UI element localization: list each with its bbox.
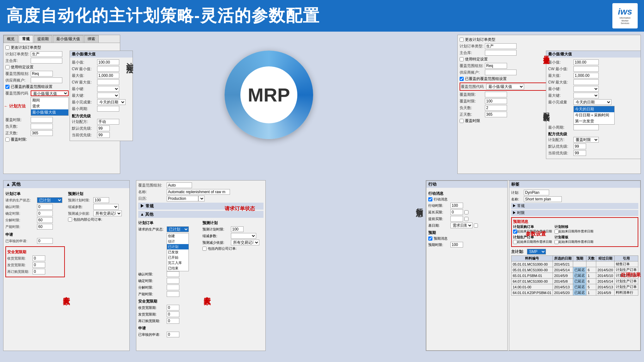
- tr-coverage-group-input[interactable]: [485, 63, 507, 69]
- pp-checkbox1[interactable]: [513, 230, 517, 234]
- center-confirm-input[interactable]: [167, 271, 179, 277]
- vendor-input[interactable]: [31, 77, 62, 83]
- center-red-param-select[interactable]: [231, 233, 256, 239]
- tab-overview[interactable]: 概览: [3, 35, 18, 43]
- bl-reduction-param-select[interactable]: [93, 204, 119, 210]
- tr-vendor-input[interactable]: [485, 70, 517, 75]
- bl-issue-limit-input[interactable]: [33, 262, 45, 268]
- min-key-select[interactable]: [97, 86, 119, 92]
- coverage-period-dropdown[interactable]: 期间 需求 最小值/最大值: [31, 97, 69, 116]
- bl-fixed-limit-input[interactable]: [37, 211, 53, 216]
- tab-bind[interactable]: 绑索: [84, 35, 99, 43]
- tr-covered-group-checkbox[interactable]: [460, 77, 464, 81]
- params-normal-section[interactable]: ▶ 常规: [511, 203, 638, 209]
- coverage-limit-checkbox[interactable]: [5, 138, 9, 142]
- tr-order-type-input[interactable]: [485, 43, 517, 49]
- bl-intercompany-checkbox[interactable]: [68, 218, 72, 222]
- tr-main-warehouse-input[interactable]: [485, 50, 517, 56]
- params-timelimit-section[interactable]: ▶ 时限: [511, 210, 638, 216]
- min-period-input[interactable]: [97, 106, 119, 112]
- tr-neg-days-input[interactable]: [485, 105, 507, 111]
- center-option-released[interactable]: 已发放: [167, 249, 189, 255]
- action-base-date-checkbox[interactable]: [474, 224, 478, 228]
- pos-days-input[interactable]: [31, 130, 53, 136]
- params-name-input[interactable]: [524, 196, 562, 202]
- tr-cb1[interactable]: [554, 230, 559, 234]
- option-first-delivery[interactable]: 第一次发货: [574, 118, 614, 124]
- bl-forecast-reduction-select[interactable]: 所有交易记录: [93, 211, 122, 216]
- tab-min-max[interactable]: 最小值/最大值: [53, 35, 84, 43]
- action-advance-checkbox[interactable]: [464, 217, 468, 221]
- min-complete-select[interactable]: 今天的日期: [97, 99, 126, 105]
- center-intercompany-checkbox[interactable]: [202, 247, 207, 251]
- bl-receipt-limit-input[interactable]: [33, 255, 45, 261]
- coverage-code-select[interactable]: 最小值/最大值: [31, 90, 69, 96]
- main-warehouse-input[interactable]: [31, 58, 62, 64]
- tr-pos-days-input[interactable]: [485, 112, 507, 117]
- option-today-purchase[interactable]: 今日日期＋采购时间: [574, 112, 614, 118]
- result-plan-select[interactable]: SMP: [527, 249, 546, 255]
- default-priority-input[interactable]: [97, 126, 110, 131]
- tr-min-input[interactable]: [573, 59, 599, 65]
- center-reorder-input[interactable]: [167, 318, 179, 324]
- bl-reorder-limit-input[interactable]: [33, 269, 45, 274]
- tr-coverage-code-select[interactable]: 最小值/最大值: [486, 84, 524, 89]
- action-time-limit-input[interactable]: [450, 203, 463, 208]
- max-input[interactable]: [97, 73, 119, 78]
- coverage-period-option-3-selected[interactable]: 最小值/最大值: [31, 109, 68, 115]
- tr-min-period-input[interactable]: [573, 125, 599, 130]
- center-calendar-input[interactable]: [167, 196, 198, 201]
- bl-approved-req-input[interactable]: [37, 238, 53, 244]
- tr-max-key-select[interactable]: [573, 93, 599, 98]
- cw-max-input[interactable]: [97, 79, 119, 85]
- tr-coverage-period-input[interactable]: [485, 92, 507, 97]
- neg-days-input[interactable]: [31, 124, 53, 129]
- center-option-estimate[interactable]: 估计: [167, 239, 189, 244]
- tr-default-priority-input[interactable]: [573, 144, 586, 149]
- center-option-planned[interactable]: 已计划: [167, 244, 189, 249]
- plan-formula-input[interactable]: [97, 119, 119, 125]
- center-option-completed[interactable]: 完工入库: [167, 260, 189, 266]
- tr-coverage-limit-input[interactable]: [485, 98, 507, 104]
- center-forecast-red-select[interactable]: 所有交易记录: [231, 240, 259, 245]
- tr-use-specific-checkbox[interactable]: [460, 57, 464, 61]
- bl-forecast-limit-input[interactable]: [93, 197, 109, 203]
- center-forecast-limit-input[interactable]: [231, 226, 244, 232]
- covered-group-checkbox[interactable]: [5, 85, 9, 89]
- center-fixed-input[interactable]: [167, 278, 179, 284]
- future-limit-input[interactable]: [450, 242, 463, 248]
- center-option-ended[interactable]: 已结束: [167, 266, 189, 271]
- option-today[interactable]: 今天的日期: [574, 106, 614, 112]
- center-req-status-dropdown[interactable]: 创建 估计 已计划 已发放 已开始 完工入库 已结束: [167, 233, 189, 271]
- pp-checkbox2[interactable]: [513, 240, 517, 244]
- bl-split-limit-input[interactable]: [37, 217, 53, 223]
- coverage-period-option-1[interactable]: 期间: [31, 97, 68, 103]
- tr-coverage-limit-check[interactable]: [460, 119, 464, 123]
- current-priority-input[interactable]: [97, 132, 110, 138]
- params-plan-input[interactable]: [524, 190, 549, 195]
- center-approved-input[interactable]: [167, 332, 179, 337]
- center-req-status-select[interactable]: 已计划: [167, 226, 189, 232]
- order-type-input[interactable]: [31, 51, 62, 57]
- center-option-started[interactable]: 已开始: [167, 255, 189, 260]
- center-coverage-group-input[interactable]: [167, 182, 192, 188]
- future-msg-checkbox[interactable]: [428, 236, 432, 241]
- tr-current-priority-input[interactable]: [573, 150, 586, 156]
- action-advance-input[interactable]: [450, 216, 463, 222]
- bl-confirm-limit-input[interactable]: [37, 204, 53, 210]
- center-name-input[interactable]: [167, 189, 230, 195]
- change-order-type-checkbox[interactable]: [5, 46, 9, 50]
- tr-min-complete-select[interactable]: 今天的日期 今日日期＋采购时间 第一次发货: [573, 99, 611, 105]
- action-msg-checkbox[interactable]: [428, 197, 432, 201]
- coverage-limit-input[interactable]: [31, 117, 53, 123]
- bl-cap-limit-input[interactable]: [37, 224, 53, 230]
- center-split-input[interactable]: [167, 285, 179, 290]
- tr-plan-formula-select[interactable]: 覆盖时限: [573, 137, 599, 143]
- use-specific-checkbox[interactable]: [5, 65, 9, 69]
- center-issue-input[interactable]: [167, 311, 179, 317]
- center-calendar-dropdown[interactable]: [198, 196, 205, 201]
- tab-normal[interactable]: 常规: [19, 35, 33, 43]
- center-receipt-input[interactable]: [167, 305, 179, 310]
- tr-change-order-checkbox[interactable]: [460, 38, 464, 42]
- min-input[interactable]: [97, 59, 119, 65]
